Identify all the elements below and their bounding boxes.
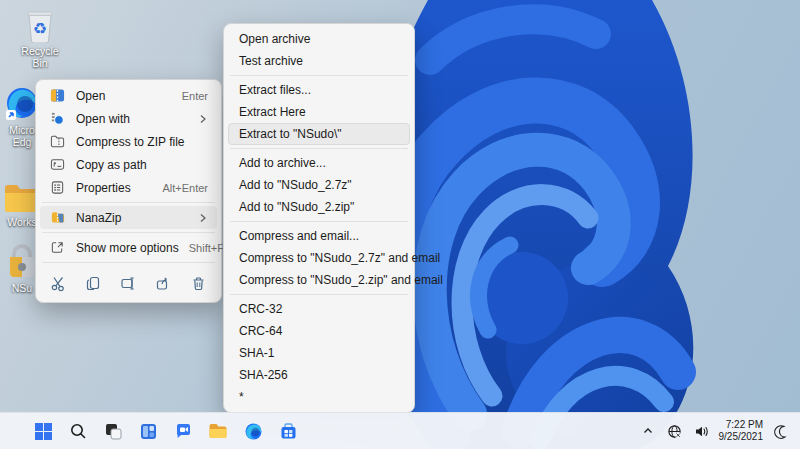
nanazip-file-icon: [49, 88, 65, 104]
submenu-item-test-archive[interactable]: Test archive: [228, 50, 410, 72]
submenu-item-sha256[interactable]: SHA-256: [228, 364, 410, 386]
taskbar-clock[interactable]: 7:22 PM 9/25/2021: [719, 419, 764, 443]
nanazip-submenu: Open archive Test archive Extract files.…: [223, 23, 415, 413]
menu-item-shortcut: Enter: [172, 90, 208, 102]
delete-button[interactable]: [186, 271, 211, 295]
menu-item-nanazip[interactable]: NanaZip: [40, 206, 217, 229]
menu-item-show-more-options[interactable]: Show more options Shift+F10: [40, 236, 217, 259]
menu-separator: [42, 262, 215, 263]
submenu-item-add-to-zip[interactable]: Add to "NSudo_2.zip": [228, 196, 410, 218]
menu-separator: [230, 75, 408, 76]
menu-item-label: Compress to ZIP file: [76, 135, 184, 149]
copy-button[interactable]: [81, 271, 106, 295]
cut-button[interactable]: [46, 271, 71, 295]
quick-actions-row: [40, 266, 217, 298]
chevron-right-icon: [198, 114, 208, 124]
submenu-item-open-archive[interactable]: Open archive: [228, 28, 410, 50]
submenu-item-extract-here[interactable]: Extract Here: [228, 101, 410, 123]
desktop-icon-recycle-bin[interactable]: ♻ Recycle Bin: [14, 7, 66, 69]
taskbar-buttons: [0, 418, 301, 444]
submenu-item-compress-and-email[interactable]: Compress and email...: [228, 225, 410, 247]
clock-date: 9/25/2021: [719, 431, 764, 443]
show-more-icon: [49, 240, 65, 256]
open-with-icon: [49, 111, 65, 127]
submenu-item-compress-7z-email[interactable]: Compress to "NSudo_2.7z" and email: [228, 247, 410, 269]
menu-separator: [230, 148, 408, 149]
submenu-item-extract-to-nsudo[interactable]: Extract to "NSudo\": [228, 123, 410, 145]
menu-item-properties[interactable]: Properties Alt+Enter: [40, 176, 217, 199]
system-tray: 7:22 PM 9/25/2021: [638, 418, 800, 444]
menu-separator: [230, 294, 408, 295]
submenu-item-sha1[interactable]: SHA-1: [228, 342, 410, 364]
focus-assist-moon-icon[interactable]: [770, 418, 790, 444]
submenu-item-extract-files[interactable]: Extract files...: [228, 79, 410, 101]
desktop-icon-label: Recycle Bin: [14, 45, 66, 69]
context-menu: Open Enter Open with Compress to ZIP fil…: [35, 79, 222, 303]
menu-item-label: Properties: [76, 181, 131, 195]
submenu-item-compress-zip-email[interactable]: Compress to "NSudo_2.zip" and email: [228, 269, 410, 291]
menu-item-open[interactable]: Open Enter: [40, 84, 217, 107]
menu-item-label: Show more options: [76, 241, 179, 255]
menu-item-copy-as-path[interactable]: Copy as path: [40, 153, 217, 176]
submenu-item-add-to-7z[interactable]: Add to "NSudo_2.7z": [228, 174, 410, 196]
file-explorer-button[interactable]: [205, 418, 231, 444]
search-button[interactable]: [65, 418, 91, 444]
menu-item-open-with[interactable]: Open with: [40, 107, 217, 130]
nanazip-icon: [49, 210, 65, 226]
network-globe-icon[interactable]: [665, 418, 685, 444]
zip-folder-icon: [49, 134, 65, 150]
menu-item-label: Copy as path: [76, 158, 147, 172]
menu-item-compress-zip[interactable]: Compress to ZIP file: [40, 130, 217, 153]
rename-button[interactable]: [116, 271, 141, 295]
properties-icon: [49, 180, 65, 196]
tray-chevron-up-icon[interactable]: [638, 418, 658, 444]
share-button[interactable]: [151, 271, 176, 295]
submenu-item-crc32[interactable]: CRC-32: [228, 298, 410, 320]
submenu-item-add-to-archive[interactable]: Add to archive...: [228, 152, 410, 174]
svg-text:♻: ♻: [33, 20, 47, 37]
chevron-right-icon: [198, 213, 208, 223]
edge-button[interactable]: [240, 418, 266, 444]
clock-time: 7:22 PM: [719, 419, 764, 431]
menu-separator: [42, 232, 215, 233]
menu-item-label: Open: [76, 89, 105, 103]
widgets-button[interactable]: [135, 418, 161, 444]
menu-item-shortcut: Alt+Enter: [152, 182, 208, 194]
menu-separator: [230, 221, 408, 222]
submenu-item-star[interactable]: *: [228, 386, 410, 408]
menu-item-label: NanaZip: [76, 211, 121, 225]
taskbar: 7:22 PM 9/25/2021: [0, 412, 800, 449]
menu-item-label: Open with: [76, 112, 130, 126]
task-view-button[interactable]: [100, 418, 126, 444]
menu-separator: [42, 202, 215, 203]
copy-path-icon: [49, 157, 65, 173]
store-button[interactable]: [275, 418, 301, 444]
start-button[interactable]: [30, 418, 56, 444]
chat-button[interactable]: [170, 418, 196, 444]
volume-icon[interactable]: [692, 418, 712, 444]
recycle-bin-icon: ♻: [14, 7, 66, 43]
submenu-item-crc64[interactable]: CRC-64: [228, 320, 410, 342]
